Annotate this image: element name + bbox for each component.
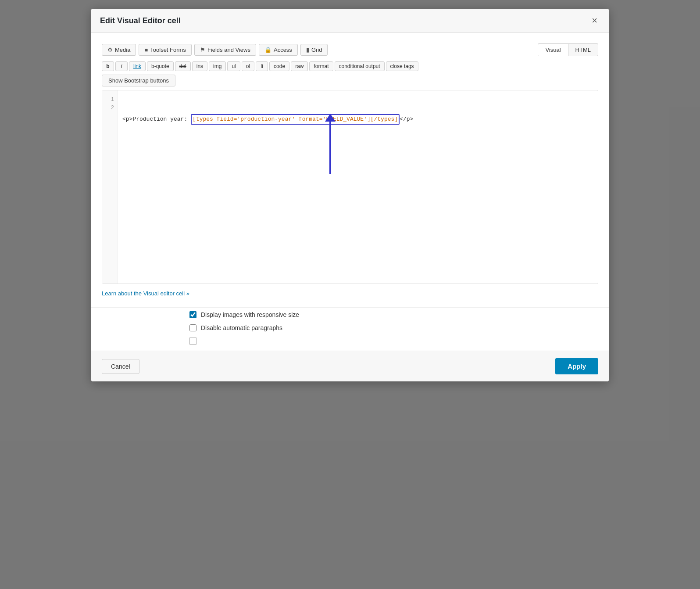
code-editor-inner: 1 2 <p>Production year: [types field='pr… xyxy=(102,90,598,284)
modal-overlay: Edit Visual Editor cell × ⚙ Media ■ Tool… xyxy=(0,0,700,589)
format-bar: b i link b-quote del ins img ul ol li co… xyxy=(102,61,598,71)
fields-views-icon: ⚑ xyxy=(200,47,205,53)
media-icon: ⚙ xyxy=(107,47,113,53)
fmt-italic[interactable]: i xyxy=(115,61,128,71)
media-button[interactable]: ⚙ Media xyxy=(102,44,136,56)
responsive-images-checkbox[interactable] xyxy=(189,311,196,318)
fmt-bquote[interactable]: b-quote xyxy=(147,61,174,71)
line-numbers: 1 2 xyxy=(102,90,118,284)
code-shortcode: [types field='production-year' format='F… xyxy=(191,114,400,125)
modal-body: ⚙ Media ■ Toolset Forms ⚑ Fields and Vie… xyxy=(91,33,609,297)
options-section: Display images with responsive size Disa… xyxy=(91,311,609,345)
fmt-format[interactable]: format xyxy=(309,61,333,71)
access-button[interactable]: 🔒 Access xyxy=(259,44,298,56)
fields-views-button[interactable]: ⚑ Fields and Views xyxy=(194,44,256,56)
disable-paragraphs-label: Disable automatic paragraphs xyxy=(201,324,282,331)
fmt-ins[interactable]: ins xyxy=(192,61,207,71)
toolset-forms-button[interactable]: ■ Toolset Forms xyxy=(139,44,192,56)
fmt-img[interactable]: img xyxy=(209,61,226,71)
fmt-bold[interactable]: b xyxy=(102,61,114,71)
modal-header: Edit Visual Editor cell × xyxy=(91,9,609,33)
code-suffix: </p> xyxy=(400,115,413,124)
fmt-del[interactable]: del xyxy=(175,61,191,71)
arrow-head xyxy=(325,114,336,122)
responsive-images-label: Display images with responsive size xyxy=(201,311,299,318)
modal-footer: Cancel Apply xyxy=(91,351,609,381)
toolbar-row: ⚙ Media ■ Toolset Forms ⚑ Fields and Vie… xyxy=(102,43,598,56)
fmt-ol[interactable]: ol xyxy=(242,61,254,71)
code-line-1: <p>Production year: [types field='produc… xyxy=(122,114,593,125)
code-editor[interactable]: 1 2 <p>Production year: [types field='pr… xyxy=(102,90,598,284)
show-bootstrap-buttons[interactable]: Show Bootstrap buttons xyxy=(102,75,175,86)
close-button[interactable]: × xyxy=(589,15,600,26)
grid-icon: ▮ xyxy=(306,47,309,53)
learn-link[interactable]: Learn about the Visual editor cell » xyxy=(102,290,598,297)
partial-checkbox-row xyxy=(189,338,598,345)
line-num-2: 2 xyxy=(106,104,114,112)
fmt-code[interactable]: code xyxy=(269,61,289,71)
fmt-close-tags[interactable]: close tags xyxy=(386,61,418,71)
cancel-button[interactable]: Cancel xyxy=(102,359,139,374)
arrow-annotation xyxy=(325,115,336,174)
modal: Edit Visual Editor cell × ⚙ Media ■ Tool… xyxy=(91,9,609,381)
fmt-conditional-output[interactable]: conditional output xyxy=(335,61,385,71)
fmt-li[interactable]: li xyxy=(256,61,268,71)
toolset-forms-icon: ■ xyxy=(144,47,148,53)
apply-button[interactable]: Apply xyxy=(555,358,598,374)
disable-paragraphs-row: Disable automatic paragraphs xyxy=(189,324,598,331)
access-icon: 🔒 xyxy=(264,47,271,53)
fmt-link[interactable]: link xyxy=(129,61,146,71)
partial-checkbox-box xyxy=(189,338,196,345)
grid-button[interactable]: ▮ Grid xyxy=(300,44,328,56)
code-prefix: <p>Production year: xyxy=(122,115,191,124)
code-content: <p>Production year: [types field='produc… xyxy=(118,90,598,284)
fmt-raw[interactable]: raw xyxy=(291,61,308,71)
bootstrap-bar: Show Bootstrap buttons xyxy=(102,75,598,86)
arrow-line xyxy=(329,122,331,174)
modal-title: Edit Visual Editor cell xyxy=(100,16,181,25)
tab-html[interactable]: HTML xyxy=(568,43,598,56)
divider xyxy=(91,307,609,308)
view-tabs: Visual HTML xyxy=(538,43,598,56)
line-num-1: 1 xyxy=(106,96,114,104)
tab-visual[interactable]: Visual xyxy=(538,43,568,56)
disable-paragraphs-checkbox[interactable] xyxy=(189,324,196,331)
fmt-ul[interactable]: ul xyxy=(227,61,240,71)
responsive-images-row: Display images with responsive size xyxy=(189,311,598,318)
